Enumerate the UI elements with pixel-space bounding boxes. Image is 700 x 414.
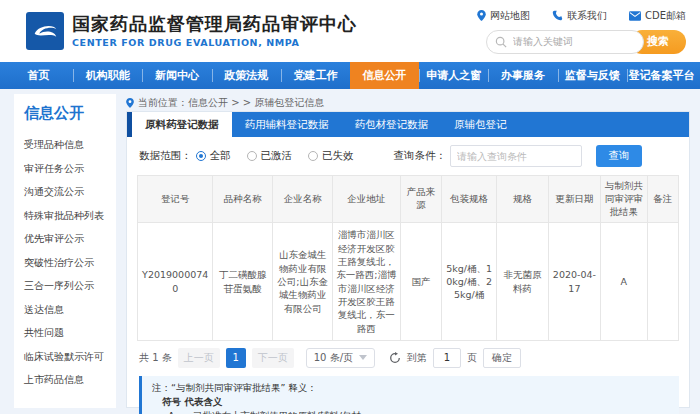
nav-item-home[interactable]: 首页 [4,62,73,89]
breadcrumb: 当前位置：信息公开 > > 原辅包登记信息 [126,94,690,111]
table-cell-company-address: 淄博市淄川区经济开发区胶王路复线北，东一路西;淄博市淄川区经济开发区胶王路复线北… [333,223,401,340]
search-box [486,30,644,54]
table-header-cell: 产品来源 [400,176,442,223]
sitemap-label: 网站地图 [490,9,530,23]
scope-label: 数据范围： [139,149,192,163]
nav-item-organization[interactable]: 机构职能 [73,62,142,89]
sidebar-item[interactable]: 受理品种信息 [24,133,108,157]
envelope-icon [629,11,641,21]
breadcrumb-text: 当前位置：信息公开 > > 原辅包登记信息 [138,96,324,110]
mail-link[interactable]: CDE邮箱 [629,9,686,23]
goto-page-input[interactable] [433,348,461,368]
location-pin-icon [477,10,486,21]
scope-radio-group: 全部 已激活 已失效 [196,149,354,163]
table-header-cell: 备注 [647,176,678,223]
tab-api-registration[interactable]: 原料药登记数据 [132,112,232,137]
sitemap-link[interactable]: 网站地图 [477,9,530,23]
note-line: A 已批准在上市制剂使用的原料/辅料/包材。 [168,409,669,414]
mail-label: CDE邮箱 [645,9,686,23]
next-page-button[interactable]: 下一页 [252,348,294,368]
radio-all-label: 全部 [210,149,231,163]
quick-links: 网站地图 联系我们 CDE邮箱 [477,9,686,23]
table-cell-company-name: 山东金城生物药业有限公司;山东金城生物药业有限公司 [273,223,333,340]
sidebar-item[interactable]: 审评任务公示 [24,157,108,181]
table-header-cell: 企业地址 [333,176,401,223]
sidebar-item[interactable]: 沟通交流公示 [24,180,108,204]
table-cell-package-spec: 5kg/桶、10kg/桶、25kg/桶 [442,223,497,340]
header-right: 网站地图 联系我们 CDE邮箱 搜索 [477,9,686,54]
radio-dot-icon [308,151,318,161]
table-cell-registration-no: Y20190000740 [138,223,213,340]
sidebar-item[interactable]: 上市药品信息 [24,368,108,392]
nav-item-services[interactable]: 办事服务 [488,62,557,89]
content-area: 信息公开 受理品种信息 审评任务公示 沟通交流公示 特殊审批品种列表 优先审评公… [0,89,700,414]
note-column-header: 符号 代表含义 [162,395,669,409]
sidebar-item[interactable]: 共性问题 [24,321,108,345]
prev-page-button[interactable]: 上一页 [178,348,220,368]
refresh-icon[interactable] [389,352,401,364]
nav-item-policy[interactable]: 政策法规 [212,62,281,89]
sidebar-item[interactable]: 送达信息 [24,298,108,322]
table-cell-update-date: 2020-04-17 [548,223,600,340]
table-row: Y20190000740 丁二磺酸腺苷蛋氨酸 山东金城生物药业有限公司;山东金城… [138,223,679,340]
radio-dot-icon [247,151,257,161]
location-pin-icon [126,98,134,108]
page: 国家药品监督管理局药品审评中心 CENTER FOR DRUG EVALUATI… [0,0,700,414]
contact-label: 联系我们 [567,9,607,23]
page-number-1[interactable]: 1 [226,348,246,368]
table-header-cell: 品种名称 [213,176,273,223]
registration-table: 登记号 品种名称 企业名称 企业地址 产品来源 包装规格 规格 更新日期 与制剂… [137,175,679,341]
sidebar-item[interactable]: 临床试验默示许可 [24,345,108,369]
keyword-search-input[interactable] [486,30,644,54]
radio-expired[interactable]: 已失效 [308,149,354,163]
note-meaning: 已批准在上市制剂使用的原料/辅料/包材。 [193,410,370,414]
contact-link[interactable]: 联系我们 [552,9,607,23]
nav-item-registration-platform[interactable]: 登记备案平台 [627,62,696,89]
pagination: 共 1 条 上一页 1 下一页 10 条/页 到第 页 确定 [127,341,689,372]
pagination-total: 共 1 条 [139,351,172,365]
nav-item-applicant-window[interactable]: 申请人之窗 [419,62,488,89]
query-label: 查询条件： [394,149,447,163]
tab-excipient-registration[interactable]: 药用辅料登记数据 [232,112,342,137]
main-column: 当前位置：信息公开 > > 原辅包登记信息 原料药登记数据 药用辅料登记数据 药… [126,94,690,408]
goto-label: 到第 [407,351,427,365]
page-size-select[interactable]: 10 条/页 [306,348,375,368]
sidebar-item[interactable]: 突破性治疗公示 [24,251,108,275]
brand: 国家药品监督管理局药品审评中心 CENTER FOR DRUG EVALUATI… [26,12,357,50]
table-cell-spec: 非无菌原料药 [496,223,548,340]
note-title: 注：“与制剂共同审评审批结果” 释义： [152,381,669,395]
table-header-cell: 企业名称 [273,176,333,223]
tab-packaging-registration[interactable]: 药包材登记数据 [342,112,442,137]
tab-apie-registration[interactable]: 原辅包登记 [441,112,520,137]
radio-all[interactable]: 全部 [196,149,231,163]
table-cell-review-result: A [600,223,647,340]
filter-row: 数据范围： 全部 已激活 已失效 [127,137,689,173]
table-header-cell: 更新日期 [548,176,600,223]
header-search: 搜索 [486,30,686,54]
chevron-down-icon [359,355,367,360]
brand-text: 国家药品监督管理局药品审评中心 CENTER FOR DRUG EVALUATI… [72,14,357,48]
sidebar-item[interactable]: 优先审评公示 [24,227,108,251]
sidebar-item[interactable]: 特殊审批品种列表 [24,204,108,228]
tab-bar: 原料药登记数据 药用辅料登记数据 药包材登记数据 原辅包登记 [127,112,689,137]
sidebar-item[interactable]: 三合一序列公示 [24,274,108,298]
radio-activated[interactable]: 已激活 [247,149,293,163]
note-symbol: A [168,409,190,414]
table-cell-remark [647,223,678,340]
query-input[interactable] [450,145,582,167]
page-size-value: 10 条/页 [314,351,353,365]
goto-confirm-button[interactable]: 确定 [483,348,521,368]
phone-icon [552,10,563,21]
main-nav: 首页 机构职能 新闻中心 政策法规 党建工作 信息公开 申请人之窗 办事服务 监… [0,62,700,89]
site-title: 国家药品监督管理局药品审评中心 [72,14,357,35]
cde-logo [26,12,64,50]
nav-item-info-disclosure[interactable]: 信息公开 [350,62,419,89]
nav-item-supervision-feedback[interactable]: 监督与反馈 [558,62,627,89]
radio-expired-label: 已失效 [322,149,354,163]
table-cell-product-source: 国产 [400,223,442,340]
nav-item-party[interactable]: 党建工作 [281,62,350,89]
nav-item-news[interactable]: 新闻中心 [142,62,211,89]
table-header-cell: 包装规格 [442,176,497,223]
query-button[interactable]: 查询 [596,145,642,167]
table-cell-variety-name: 丁二磺酸腺苷蛋氨酸 [213,223,273,340]
